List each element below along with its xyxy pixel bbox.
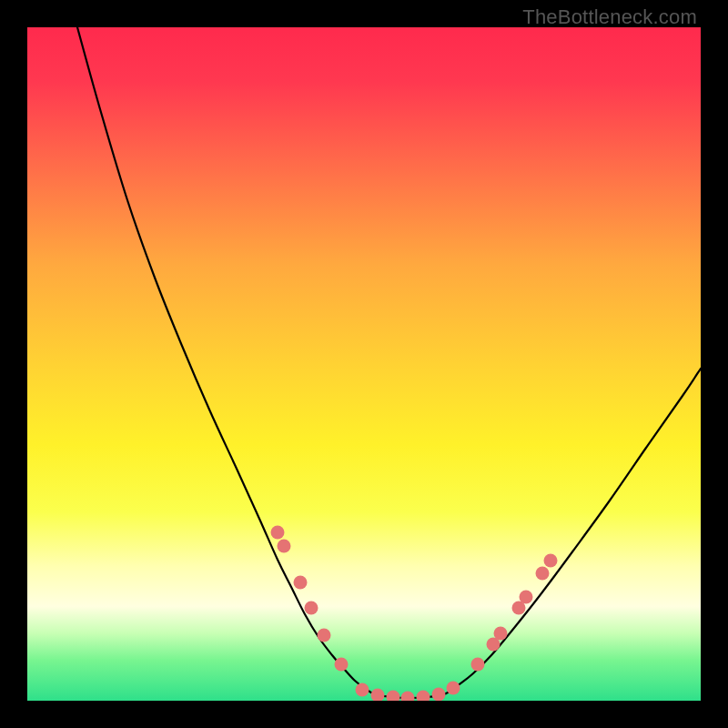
data-dot (318, 629, 331, 642)
data-dot (371, 689, 385, 702)
data-dot (447, 682, 460, 695)
watermark-text: TheBottleneck.com (522, 5, 697, 29)
data-dot (432, 688, 446, 702)
data-dot (305, 602, 318, 615)
chart-frame: TheBottleneck.com (0, 0, 728, 728)
data-dot (356, 683, 369, 697)
data-dot (387, 691, 400, 702)
data-dot (271, 526, 285, 540)
data-dot (544, 554, 558, 568)
data-dot (417, 691, 430, 702)
data-dots (271, 526, 558, 702)
data-dot (520, 591, 533, 604)
data-dot (471, 658, 485, 672)
data-dot (536, 567, 550, 581)
plot-area (27, 27, 701, 701)
data-dot (401, 692, 415, 702)
v-curve (77, 27, 701, 698)
data-dot (278, 540, 291, 553)
data-dot (494, 627, 508, 641)
data-dot (294, 576, 308, 590)
curve-layer (27, 27, 701, 701)
data-dot (335, 658, 349, 672)
